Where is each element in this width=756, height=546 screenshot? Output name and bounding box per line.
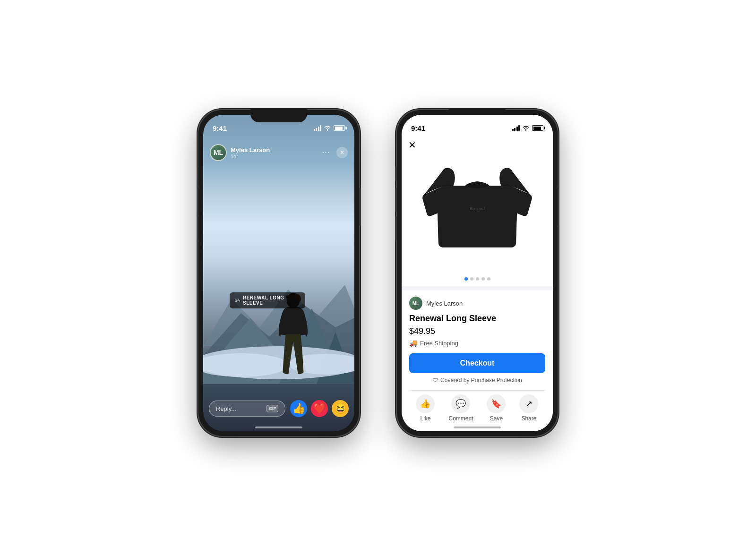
post-time-left: 1hr (231, 154, 270, 159)
wifi-icon-left (324, 125, 331, 131)
heart-reaction-button[interactable]: ❤️ (311, 400, 328, 417)
story-action-buttons: ··· ✕ (320, 147, 348, 158)
shipping-row: 🚚 Free Shipping (409, 339, 545, 347)
dot-1 (464, 277, 468, 281)
product-price: $49.95 (409, 326, 545, 336)
left-phone: 9:41 ML Myles Larson (198, 110, 359, 436)
like-button[interactable]: 👍 Like (416, 394, 435, 422)
image-pagination (402, 273, 553, 286)
close-story-button[interactable]: ✕ (336, 147, 348, 158)
product-tag[interactable]: 🛍 RENEWAL LONG SLEEVE (230, 292, 305, 308)
comment-label: Comment (448, 415, 473, 422)
svg-text:Renewal: Renewal (469, 206, 485, 211)
dot-3 (476, 277, 479, 281)
save-label: Save (490, 415, 503, 422)
product-title: Renewal Long Sleeve (409, 314, 545, 324)
avatar-left: ML (210, 144, 227, 161)
reply-placeholder: Reply... (216, 405, 236, 412)
comment-icon: 💬 (451, 394, 470, 413)
signal-icon-left (314, 125, 322, 131)
product-page-content: ✕ Renewal (402, 136, 553, 431)
battery-icon-left (334, 125, 345, 131)
like-label: Like (420, 415, 430, 422)
status-bar-left: 9:41 (203, 115, 354, 136)
checkout-button[interactable]: Checkout (409, 353, 545, 373)
close-product-button[interactable]: ✕ (408, 139, 546, 151)
wifi-icon-right (522, 125, 530, 131)
bag-icon: 🛍 (234, 297, 240, 304)
reaction-buttons: 👍 ❤️ 😆 (290, 400, 349, 417)
like-reaction-button[interactable]: 👍 (290, 400, 307, 417)
share-icon: ↗ (519, 394, 538, 413)
status-icons-right (512, 125, 544, 131)
haha-reaction-button[interactable]: 😆 (332, 400, 349, 417)
save-icon: 🔖 (487, 394, 506, 413)
reply-input[interactable]: Reply... GIF (209, 401, 285, 417)
story-header: ML Myles Larson 1hr ··· ✕ (203, 138, 354, 167)
story-screen: 9:41 ML Myles Larson (203, 115, 354, 431)
shipping-text: Free Shipping (420, 340, 458, 347)
protection-row: 🛡 Covered by Purchase Protection (409, 377, 545, 384)
product-image-area: Renewal (402, 151, 553, 273)
seller-row: ML Myles Larson (409, 297, 545, 310)
user-details: Myles Larson 1hr (231, 146, 270, 159)
status-icons-left (314, 125, 345, 131)
home-indicator-right (454, 427, 501, 428)
truck-icon: 🚚 (409, 339, 417, 347)
dot-5 (487, 277, 490, 281)
status-bar-right: 9:41 (402, 115, 553, 136)
dot-4 (481, 277, 485, 281)
user-name-left: Myles Larson (231, 146, 270, 154)
status-time-left: 9:41 (213, 124, 227, 132)
comment-button[interactable]: 💬 Comment (448, 394, 473, 422)
signal-icon-right (512, 125, 520, 131)
product-screen: 9:41 ✕ (402, 115, 553, 431)
home-indicator-left (255, 427, 302, 428)
close-button-area: ✕ (402, 136, 553, 151)
product-action-buttons: 👍 Like 💬 Comment 🔖 Save ↗ Share (409, 390, 545, 426)
status-time-right: 9:41 (411, 124, 425, 132)
dot-2 (470, 277, 473, 281)
story-user-info: ML Myles Larson 1hr (210, 144, 270, 161)
shield-icon: 🛡 (432, 377, 438, 384)
gif-button[interactable]: GIF (266, 405, 278, 412)
right-phone: 9:41 ✕ (397, 110, 558, 436)
product-info-section: ML Myles Larson Renewal Long Sleeve $49.… (402, 290, 553, 431)
product-tshirt-image: Renewal (416, 158, 539, 266)
story-footer: Reply... GIF 👍 ❤️ 😆 (203, 400, 354, 417)
protection-text: Covered by Purchase Protection (440, 377, 522, 384)
share-button[interactable]: ↗ Share (519, 394, 538, 422)
product-tag-text: RENEWAL LONG SLEEVE (243, 295, 301, 306)
seller-avatar: ML (409, 297, 422, 310)
battery-icon-right (532, 125, 543, 131)
share-label: Share (521, 415, 536, 422)
like-icon: 👍 (416, 394, 435, 413)
more-options-icon[interactable]: ··· (320, 147, 332, 158)
seller-name: Myles Larson (426, 300, 463, 307)
save-button[interactable]: 🔖 Save (487, 394, 506, 422)
